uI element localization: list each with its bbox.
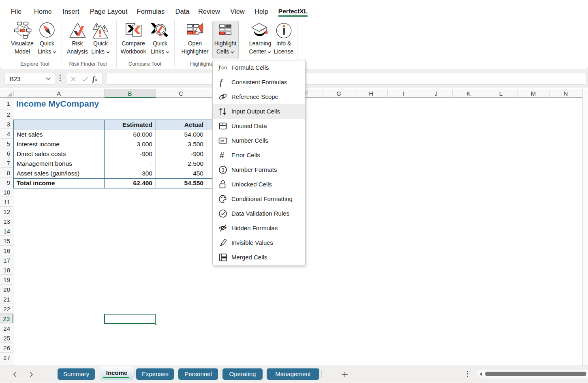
svg-text:#: # bbox=[220, 151, 225, 160]
svg-text:12: 12 bbox=[220, 139, 224, 143]
svg-text:3: 3 bbox=[222, 167, 225, 173]
svg-text:(×): (×) bbox=[221, 65, 227, 70]
svg-text:f: f bbox=[218, 64, 221, 71]
svg-text:f: f bbox=[220, 77, 223, 87]
